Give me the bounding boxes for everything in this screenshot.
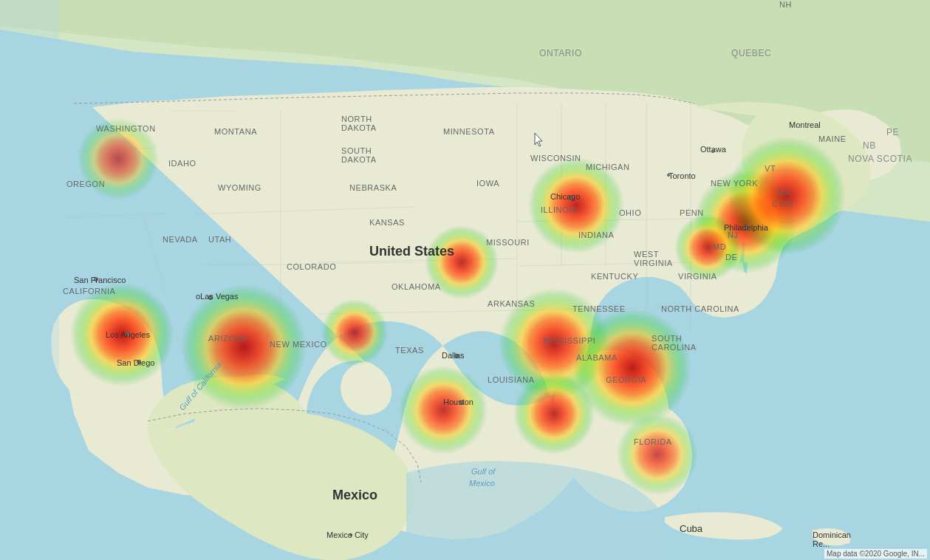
map-container: United States Mexico ONTARIO QUEBEC NB P… bbox=[0, 0, 930, 560]
dot-mexico-city bbox=[349, 533, 352, 536]
dot-chicago bbox=[569, 196, 573, 200]
dot-las-vegas bbox=[208, 296, 213, 300]
dot-ottawa bbox=[711, 150, 714, 153]
dot-philadelphia bbox=[744, 225, 748, 230]
dot-houston bbox=[459, 400, 464, 405]
dot-los-angeles bbox=[126, 332, 130, 336]
dot-dallas bbox=[454, 354, 459, 358]
dot-san-francisco bbox=[94, 277, 98, 281]
dot-toronto bbox=[667, 174, 670, 177]
map-attribution: Map data ©2020 Google, IN... bbox=[824, 549, 927, 559]
svg-rect-4 bbox=[0, 0, 59, 560]
dot-san-diego bbox=[137, 360, 141, 364]
map-background bbox=[0, 0, 930, 560]
